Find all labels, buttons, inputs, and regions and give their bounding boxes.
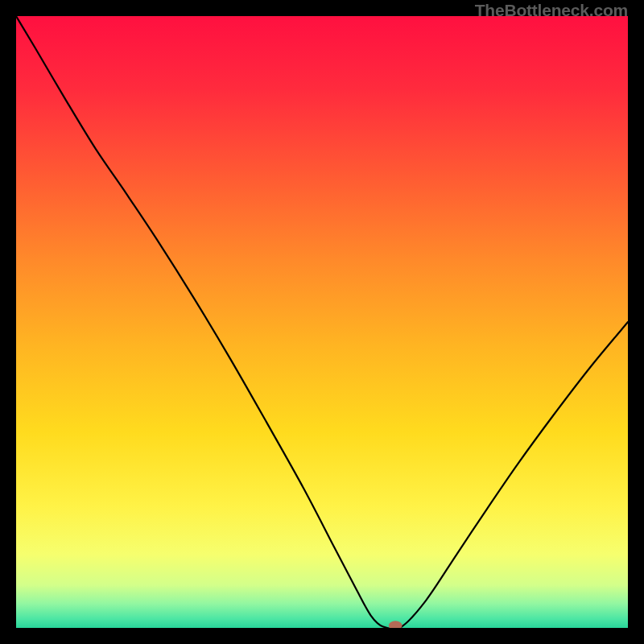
watermark-label: TheBottleneck.com (475, 1, 628, 20)
bottleneck-chart (16, 16, 628, 628)
gradient-background (16, 16, 628, 628)
chart-plot-area (16, 16, 628, 628)
